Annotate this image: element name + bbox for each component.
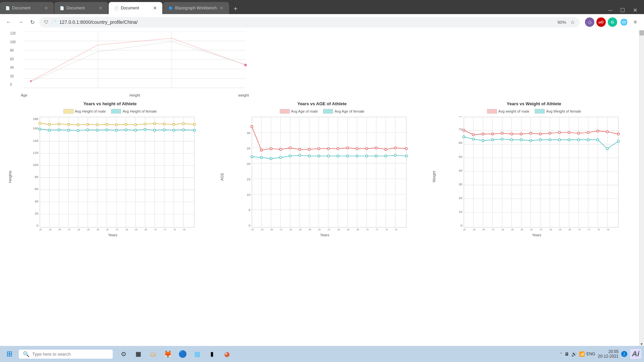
svg-point-57: [154, 123, 156, 125]
svg-text:0: 0: [461, 224, 463, 227]
tab-close-1[interactable]: ✕: [44, 5, 48, 11]
tab-1[interactable]: 📄 Document ✕: [0, 2, 54, 14]
globe-icon[interactable]: 🌐: [619, 17, 629, 27]
svg-point-124: [251, 125, 253, 128]
app5-button[interactable]: ◕: [220, 347, 233, 361]
svg-text:1984: 1984: [257, 228, 264, 230]
new-tab-button[interactable]: +: [231, 4, 240, 14]
forward-button[interactable]: →: [16, 18, 25, 26]
age-legend-female: Avg Age of female: [323, 109, 364, 114]
svg-text:180: 180: [33, 117, 39, 121]
address-input[interactable]: [59, 19, 553, 25]
chrome-button[interactable]: 🔵: [176, 347, 189, 361]
vscode-button[interactable]: ▦: [191, 347, 204, 361]
tab-3[interactable]: 📄 Document ✕: [109, 2, 162, 14]
svg-text:2012: 2012: [372, 228, 379, 230]
tab-close-4[interactable]: ✕: [220, 5, 224, 11]
speaker-icon[interactable]: 🔊: [571, 351, 577, 357]
svg-point-61: [193, 123, 196, 126]
svg-point-137: [375, 147, 377, 149]
menu-icon[interactable]: ≡: [631, 17, 640, 27]
svg-text:70: 70: [459, 127, 462, 131]
svg-text:10: 10: [459, 210, 462, 214]
svg-text:1988: 1988: [479, 228, 486, 230]
scroll-down-arrow[interactable]: ▼: [639, 342, 644, 346]
svg-point-133: [337, 147, 339, 150]
svg-text:30: 30: [459, 182, 462, 186]
scrollbar-thumb[interactable]: [639, 30, 644, 36]
scrollbar-track[interactable]: ▼: [639, 30, 644, 346]
svg-text:1980: 1980: [460, 228, 467, 230]
pocket-icon[interactable]: ◇: [585, 17, 594, 27]
tab-2[interactable]: 📄 Document ✕: [54, 2, 108, 14]
svg-point-138: [385, 148, 387, 150]
svg-text:2006: 2006: [131, 228, 138, 230]
age-legend-female-label: Avg Age of female: [334, 109, 364, 113]
svg-text:2006: 2006: [343, 228, 350, 230]
taskbar-notification-icon[interactable]: 🖥: [565, 351, 569, 357]
svg-text:1984: 1984: [45, 228, 52, 230]
close-window-button[interactable]: ✕: [630, 6, 640, 14]
height-chart-legend: Avg Height of male Avg Height of female: [7, 109, 213, 114]
svg-point-236: [587, 139, 589, 141]
notification-badge[interactable]: 2: [621, 351, 627, 357]
svg-point-132: [327, 147, 330, 150]
svg-text:2010: 2010: [150, 228, 157, 230]
svg-text:20: 20: [459, 196, 462, 200]
age-y-label: AGE: [219, 116, 224, 237]
refresh-button[interactable]: ↻: [28, 18, 37, 27]
time-block[interactable]: 20:55 20-12-2021: [598, 349, 619, 359]
svg-text:2014: 2014: [382, 228, 389, 230]
start-button[interactable]: ⊞: [3, 347, 16, 361]
minimize-button[interactable]: ─: [606, 7, 615, 14]
wifi-icon[interactable]: 📶: [579, 351, 585, 357]
svg-text:1992: 1992: [276, 228, 283, 230]
ai-badge[interactable]: Ai: [630, 349, 641, 359]
svg-text:80: 80: [459, 116, 462, 118]
svg-point-156: [394, 154, 396, 157]
height-chart-inner: 0 20 40 60 80 100 120 140 160 180: [12, 116, 213, 237]
age-legend-male-box: [280, 109, 290, 114]
taskbar: ⊞ 🔍 ⊙ ▦ 🗂 🦊 🔵 ▦ ▮ ◕ ⌃ 🖥: [0, 346, 644, 362]
svg-rect-102: [252, 117, 407, 227]
weight-legend-female-label: Avg Weight of female: [546, 109, 581, 113]
terminal-button[interactable]: ▮: [205, 347, 219, 361]
bookmark-icon[interactable]: ☆: [570, 19, 575, 25]
task-view-button[interactable]: ⊙: [117, 347, 130, 361]
address-bar[interactable]: 🛡 📄 90% ☆: [39, 17, 580, 27]
height-legend-female: Avg Height of female: [111, 109, 157, 114]
svg-text:2002: 2002: [324, 228, 331, 230]
svg-text:2008: 2008: [565, 228, 572, 230]
firefox-button[interactable]: 🦊: [161, 347, 174, 361]
svg-text:160: 160: [33, 126, 39, 130]
height-chart: Years vs height of Athlete Avg Height of…: [7, 101, 213, 237]
svg-point-75: [163, 129, 165, 131]
maximize-button[interactable]: ☐: [618, 6, 628, 14]
file-explorer-button[interactable]: 🗂: [146, 347, 160, 361]
tab-bar: 📄 Document ✕ 📄 Document ✕ 📄 Document ✕ 🔷…: [0, 0, 644, 14]
url-icon: 📄: [51, 20, 57, 25]
grammarly-icon[interactable]: G: [608, 17, 617, 27]
ublock-icon[interactable]: uO: [596, 17, 606, 27]
widgets-button[interactable]: ▦: [131, 347, 145, 361]
svg-text:1998: 1998: [93, 228, 100, 230]
svg-text:5: 5: [249, 208, 251, 212]
svg-text:0: 0: [249, 224, 251, 227]
svg-point-213: [530, 132, 532, 134]
tab-close-2[interactable]: ✕: [99, 5, 103, 11]
svg-point-130: [308, 148, 311, 150]
taskbar-search[interactable]: 🔍: [19, 350, 113, 359]
weight-chart-legend: Avg weight of male Avg Weight of female: [431, 109, 637, 114]
chevron-icon[interactable]: ⌃: [559, 352, 562, 356]
tab-favicon-4: 🔷: [168, 6, 173, 10]
back-button[interactable]: ←: [4, 18, 13, 26]
svg-point-228: [511, 139, 513, 141]
tab-close-3[interactable]: ✕: [153, 5, 157, 11]
language-label: ENG: [587, 352, 595, 356]
svg-point-225: [482, 139, 484, 142]
tab-title-3: Document: [121, 6, 150, 10]
tab-4[interactable]: 🔷 Blazegraph Workbench ✕: [163, 2, 229, 14]
svg-point-70: [115, 129, 118, 131]
svg-point-64: [58, 129, 60, 131]
search-input[interactable]: [32, 352, 99, 357]
